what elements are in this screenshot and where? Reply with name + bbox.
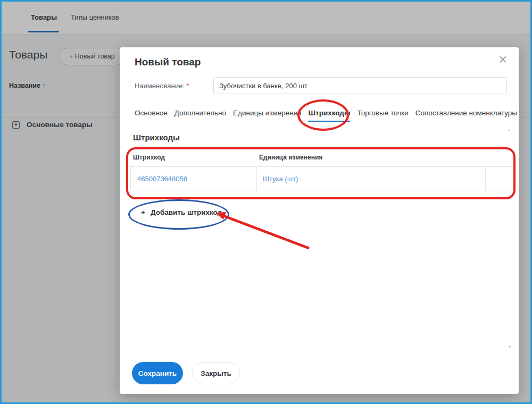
add-barcode-label: Добавить штрихкод bbox=[151, 208, 222, 216]
name-label-text: Наименование: bbox=[135, 82, 185, 90]
scroll-up-icon[interactable]: ▲ bbox=[507, 128, 511, 132]
table-row: 4650073648058 Штука (шт) bbox=[130, 166, 516, 191]
barcode-value[interactable]: 4650073648058 bbox=[137, 167, 187, 191]
tab-units[interactable]: Единицы измерения bbox=[233, 109, 301, 122]
close-icon[interactable]: × bbox=[498, 52, 507, 68]
name-field-label: Наименование: * bbox=[135, 82, 189, 90]
table-header-unit: Единица изменения bbox=[259, 154, 322, 161]
new-product-modal: Новый товар × Наименование: * Основное Д… bbox=[120, 47, 519, 394]
plus-icon: + bbox=[141, 208, 145, 216]
cell-divider bbox=[256, 167, 257, 191]
tab-barcodes[interactable]: Штрихкоды bbox=[308, 109, 350, 122]
close-button[interactable]: Закрыть bbox=[192, 362, 240, 384]
tab-additional[interactable]: Дополнительно bbox=[174, 109, 226, 122]
modal-title: Новый товар bbox=[135, 56, 201, 68]
unit-value[interactable]: Штука (шт) bbox=[263, 167, 298, 191]
required-asterisk: * bbox=[186, 82, 189, 90]
save-button[interactable]: Сохранить bbox=[132, 362, 183, 384]
tab-nomenclature-mapping[interactable]: Сопоставление номенклатуры bbox=[415, 109, 517, 122]
name-input[interactable] bbox=[213, 77, 507, 94]
tab-outlets[interactable]: Торговые точки bbox=[357, 109, 408, 122]
add-barcode-button[interactable]: +Добавить штрихкод bbox=[141, 208, 222, 216]
scroll-down-icon[interactable]: ▼ bbox=[508, 345, 512, 349]
table-header-barcode: Штрихкод bbox=[133, 154, 165, 161]
tab-main[interactable]: Основное bbox=[135, 109, 168, 122]
modal-tabs: Основное Дополнительно Единицы измерения… bbox=[135, 109, 517, 122]
barcodes-section-title: Штрихкоды bbox=[133, 133, 180, 142]
app-window: Товары Типы ценников Товары + Новый това… bbox=[0, 0, 532, 404]
cell-divider bbox=[485, 167, 486, 191]
